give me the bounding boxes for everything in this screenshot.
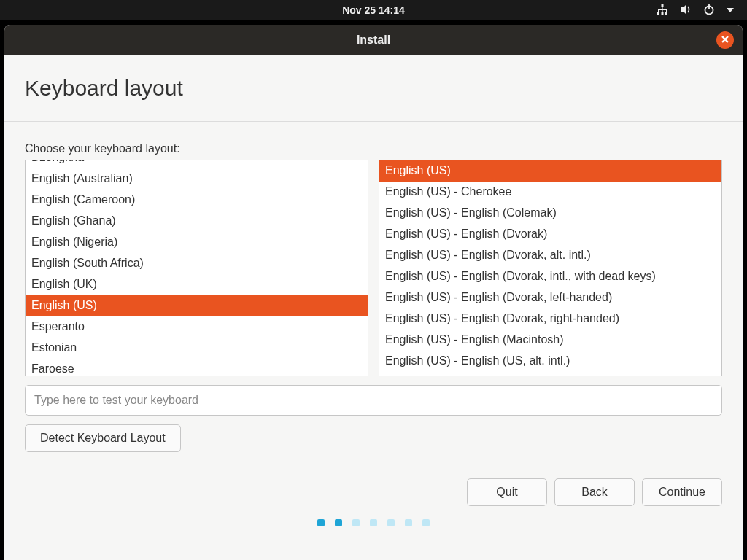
wizard-buttons: Quit Back Continue <box>25 478 722 506</box>
svg-rect-5 <box>658 9 667 10</box>
svg-rect-2 <box>662 12 664 15</box>
gnome-top-bar: Nov 25 14:14 <box>0 0 747 20</box>
layout-item[interactable]: English (UK) <box>26 274 368 295</box>
progress-dot <box>387 519 395 526</box>
chevron-down-icon[interactable] <box>727 4 734 16</box>
variant-item[interactable]: English (US) - English (Dvorak, alt. int… <box>379 245 721 266</box>
layout-lists: DzongkhaEnglish (Australian)English (Cam… <box>25 160 722 376</box>
layout-item[interactable]: English (South Africa) <box>26 253 368 274</box>
quit-label: Quit <box>496 486 517 499</box>
variant-listbox[interactable]: English (US)English (US) - CherokeeEngli… <box>379 160 722 376</box>
system-tray[interactable] <box>657 0 734 20</box>
progress-dot <box>405 519 412 526</box>
svg-rect-3 <box>665 12 667 15</box>
network-icon[interactable] <box>657 4 668 18</box>
test-keyboard-input[interactable] <box>25 385 722 416</box>
window-title: Install <box>357 34 390 47</box>
svg-rect-8 <box>666 10 667 12</box>
variant-item[interactable]: English (US) <box>379 160 721 182</box>
svg-rect-7 <box>662 10 663 12</box>
choose-layout-label: Choose your keyboard layout: <box>25 142 722 155</box>
layout-item[interactable]: Faroese <box>26 359 368 376</box>
variant-item[interactable]: English (US) - English (Dvorak, intl., w… <box>379 266 721 287</box>
divider <box>4 121 743 122</box>
page-title: Keyboard layout <box>25 76 722 101</box>
variant-item[interactable]: English (US) - Cherokee <box>379 182 721 203</box>
svg-rect-6 <box>658 10 659 12</box>
svg-marker-9 <box>681 4 686 15</box>
back-label: Back <box>581 486 608 499</box>
svg-rect-0 <box>662 4 664 7</box>
layout-item[interactable]: English (US) <box>26 295 368 316</box>
layout-item[interactable]: English (Australian) <box>26 168 368 190</box>
layout-item[interactable]: English (Cameroon) <box>26 190 368 211</box>
page-content: Keyboard layout Choose your keyboard lay… <box>4 55 743 560</box>
variant-item[interactable]: English (US) - English (Macintosh) <box>379 330 721 351</box>
progress-dot <box>370 519 377 526</box>
progress-dot <box>352 519 360 526</box>
volume-icon[interactable] <box>680 4 692 18</box>
layout-item[interactable]: Esperanto <box>26 316 368 338</box>
variant-item[interactable]: English (US) - English (Dvorak, right-ha… <box>379 308 721 330</box>
layout-item[interactable]: Dzongkha <box>26 160 368 168</box>
layout-item[interactable]: Estonian <box>26 338 368 359</box>
window-titlebar: Install <box>4 25 743 55</box>
progress-dot <box>422 519 430 526</box>
progress-dots <box>25 519 722 534</box>
quit-button[interactable]: Quit <box>467 478 547 506</box>
svg-rect-1 <box>657 12 659 15</box>
detect-keyboard-label: Detect Keyboard Layout <box>40 432 166 445</box>
installer-window: Install Keyboard layout Choose your keyb… <box>4 25 743 560</box>
continue-button[interactable]: Continue <box>642 478 722 506</box>
variant-item[interactable]: English (US) - English (Dvorak, left-han… <box>379 287 721 308</box>
layout-item[interactable]: English (Ghana) <box>26 211 368 232</box>
svg-marker-12 <box>727 8 734 12</box>
progress-dot <box>335 519 342 526</box>
continue-label: Continue <box>659 486 705 499</box>
close-button[interactable] <box>716 31 734 49</box>
detect-keyboard-button[interactable]: Detect Keyboard Layout <box>25 424 181 452</box>
close-icon <box>721 34 729 47</box>
layout-listbox[interactable]: DzongkhaEnglish (Australian)English (Cam… <box>25 160 368 376</box>
variant-item[interactable]: English (US) - English (Colemak) <box>379 203 721 224</box>
variant-item[interactable]: English (US) - English (Dvorak) <box>379 224 721 245</box>
clock-label: Nov 25 14:14 <box>342 4 405 16</box>
svg-rect-11 <box>708 4 710 9</box>
variant-item[interactable]: English (US) - English (US, alt. intl.) <box>379 351 721 372</box>
layout-item[interactable]: English (Nigeria) <box>26 232 368 253</box>
power-icon[interactable] <box>703 4 715 18</box>
back-button[interactable]: Back <box>554 478 635 506</box>
progress-dot <box>317 519 325 526</box>
